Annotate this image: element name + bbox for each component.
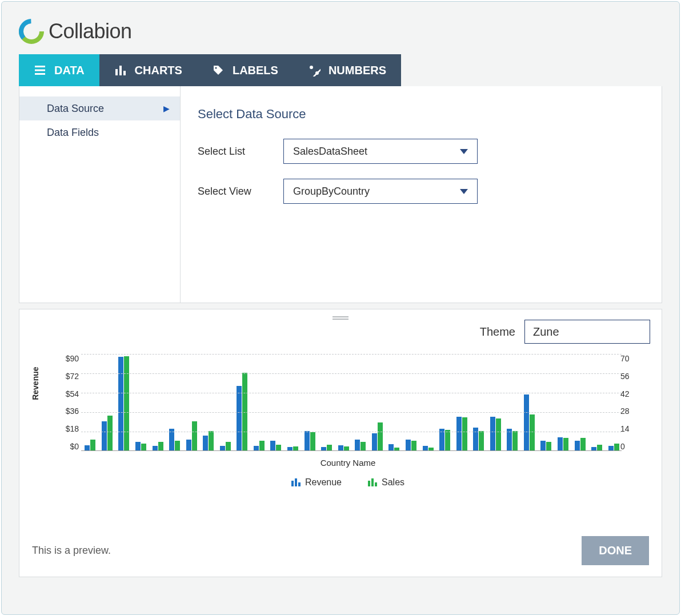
bar-sales — [310, 432, 315, 450]
bar-group — [183, 421, 199, 450]
tab-label: NUMBERS — [329, 64, 386, 77]
bar-revenue — [490, 417, 495, 450]
bar-sales — [563, 438, 568, 450]
chart-xlabel: Country Name — [51, 458, 644, 468]
bar-sales — [394, 448, 399, 450]
bar-group — [555, 437, 571, 450]
bar-sales — [462, 417, 467, 450]
legend-label: Sales — [382, 477, 404, 488]
resize-handle-icon[interactable] — [333, 316, 348, 320]
bar-sales — [496, 418, 501, 450]
bar-sales — [428, 448, 434, 450]
bar-group — [420, 446, 436, 450]
bar-revenue — [575, 441, 580, 450]
bar-sales — [259, 441, 265, 450]
bar-revenue — [85, 445, 90, 450]
bar-group — [606, 444, 622, 450]
config-panel: Data Source ▶ Data Fields Select Data So… — [19, 86, 662, 303]
bar-group — [454, 417, 470, 450]
legend-item-revenue: Revenue — [291, 477, 342, 488]
percent-icon — [308, 64, 321, 77]
bar-group — [538, 441, 554, 450]
bar-revenue — [118, 357, 123, 450]
bar-group — [488, 417, 504, 450]
tab-numbers[interactable]: NUMBERS — [293, 54, 401, 86]
bar-sales — [209, 431, 214, 450]
bar-sales — [614, 444, 619, 450]
brand-name: Collabion — [49, 19, 132, 43]
sidebar-item-data-source[interactable]: Data Source ▶ — [19, 96, 180, 120]
bar-group — [99, 416, 115, 450]
bar-group — [234, 373, 250, 450]
brand-header: Collabion — [19, 19, 662, 44]
bar-revenue — [456, 417, 462, 450]
bar-group — [133, 442, 149, 450]
bar-revenue — [186, 440, 191, 450]
svg-rect-7 — [123, 71, 126, 75]
bar-group — [201, 431, 217, 450]
bar-revenue — [608, 446, 614, 450]
svg-rect-6 — [119, 66, 122, 75]
chart-plot-area — [81, 354, 622, 451]
bar-sales — [175, 441, 180, 450]
tab-charts[interactable]: CHARTS — [99, 54, 197, 86]
bar-sales — [242, 373, 247, 450]
done-button[interactable]: DONE — [582, 536, 649, 565]
theme-dropdown[interactable]: Zune — [524, 320, 650, 344]
bar-sales — [344, 446, 349, 450]
bar-revenue — [102, 421, 107, 450]
bar-revenue — [558, 437, 563, 450]
select-list-dropdown[interactable]: SalesDataSheet — [283, 139, 478, 164]
bar-revenue — [423, 446, 428, 450]
chart: Revenue $90$72$54$36$18$0 70564228140 Co… — [51, 354, 644, 480]
bar-group — [522, 394, 538, 450]
caret-down-icon — [460, 149, 468, 154]
bar-revenue — [388, 444, 394, 450]
bar-revenue — [220, 446, 225, 450]
bar-sales — [276, 445, 281, 450]
bar-sales — [411, 441, 416, 450]
select-view-dropdown[interactable]: GroupByCountry — [283, 179, 478, 204]
bar-group — [82, 440, 98, 450]
tab-label: DATA — [54, 64, 85, 77]
bar-sales — [580, 438, 586, 450]
bar-group — [285, 446, 301, 450]
svg-point-9 — [310, 66, 313, 69]
bar-sales — [360, 442, 366, 450]
tabbar: DATA CHARTS LABELS NUMBERS — [19, 54, 662, 86]
bar-revenue — [153, 446, 158, 450]
bar-revenue — [540, 441, 546, 450]
sidebar: Data Source ▶ Data Fields — [19, 86, 181, 303]
bar-sales — [107, 416, 113, 450]
tab-label: CHARTS — [135, 64, 182, 77]
tag-icon — [212, 64, 225, 77]
bar-revenue — [254, 446, 259, 450]
sidebar-item-label: Data Fields — [47, 127, 99, 139]
bar-revenue — [203, 436, 208, 450]
chart-left-axis: $90$72$54$36$18$0 — [51, 354, 79, 451]
bar-revenue — [287, 447, 293, 450]
bar-revenue — [135, 442, 141, 450]
bar-group — [403, 440, 419, 450]
sidebar-item-data-fields[interactable]: Data Fields — [19, 120, 180, 144]
tab-data[interactable]: DATA — [19, 54, 99, 86]
chevron-right-icon: ▶ — [163, 104, 170, 113]
form-title: Select Data Source — [198, 107, 644, 122]
caret-down-icon — [460, 189, 468, 194]
bar-revenue — [406, 440, 411, 450]
svg-rect-2 — [35, 66, 45, 67]
legend-item-sales: Sales — [368, 477, 404, 488]
bar-group — [370, 422, 386, 450]
tab-label: LABELS — [233, 64, 278, 77]
bar-sales — [141, 444, 146, 450]
tab-labels[interactable]: LABELS — [197, 54, 293, 86]
bar-sales — [158, 442, 163, 450]
bar-sales — [512, 431, 518, 450]
legend-icon-sales — [368, 478, 377, 486]
chart-legend: Revenue Sales — [51, 477, 644, 488]
bar-revenue — [591, 447, 596, 450]
bar-sales — [597, 445, 602, 450]
svg-point-8 — [215, 67, 217, 69]
bar-group — [572, 438, 588, 450]
bar-sales — [530, 414, 535, 450]
